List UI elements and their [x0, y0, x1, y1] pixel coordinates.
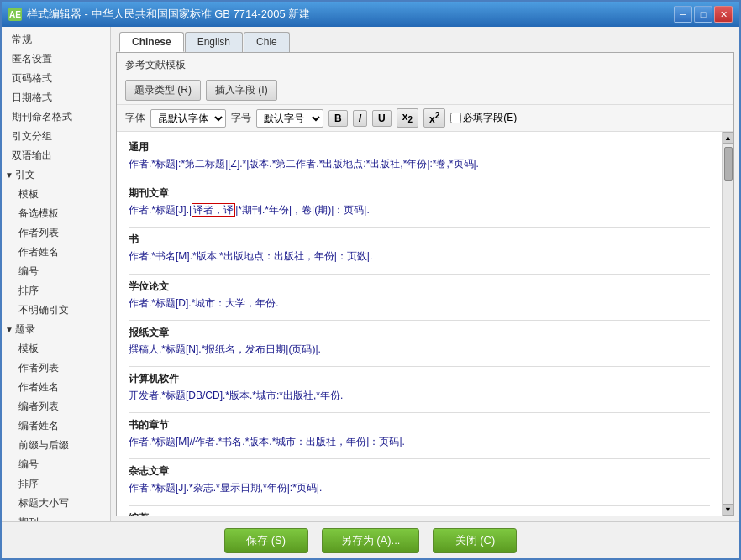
tab-english[interactable]: English	[185, 32, 243, 52]
section-thesis: 学位论文 作者.*标题[D].*城市：大学，年份.	[129, 280, 710, 311]
section-chapter-title: 书的章节	[129, 418, 710, 432]
sidebar-child-ambiguous[interactable]: 不明确引文	[2, 301, 110, 320]
sidebar-item-page-format[interactable]: 页码格式	[2, 69, 110, 88]
sidebar-group-records-label: 题录	[15, 322, 35, 337]
arrow-icon: ▼	[5, 170, 13, 180]
size-label: 字号	[231, 111, 251, 125]
divider-4	[129, 320, 710, 321]
window-title: 样式编辑器 - 中华人民共和国国家标准 GB 7714-2005 新建	[27, 7, 310, 22]
tab-chie[interactable]: Chie	[244, 32, 290, 52]
section-general-title: 通用	[129, 140, 710, 154]
sidebar-child-records-numbering[interactable]: 编号	[2, 455, 110, 474]
tabs-bar: Chinese English Chie	[111, 27, 739, 52]
template-label: 参考文献模板	[117, 53, 733, 76]
sidebar-child-author-list[interactable]: 作者列表	[2, 223, 110, 243]
scroll-up-arrow[interactable]: ▲	[723, 132, 734, 144]
section-magazine-title: 杂志文章	[129, 464, 710, 479]
close-button[interactable]: ✕	[714, 6, 733, 23]
entry-type-button[interactable]: 题录类型 (R)	[125, 80, 201, 101]
section-book-content: 作者.*书名[M].*版本.*出版地点：出版社，年份|：页数|.	[129, 249, 710, 264]
journal-content-before: 作者.*标题[J].|	[129, 204, 192, 216]
sidebar-child-citation-template[interactable]: 模板	[2, 185, 110, 204]
tab-chinese[interactable]: Chinese	[119, 32, 184, 52]
sidebar-item-journal-format[interactable]: 期刊命名格式	[2, 107, 110, 127]
insert-field-button[interactable]: 插入字段 (I)	[206, 80, 277, 101]
section-book: 书 作者.*书名[M].*版本.*出版地点：出版社，年份|：页数|.	[129, 233, 710, 264]
sidebar-child-numbering[interactable]: 编号	[2, 262, 110, 281]
bold-button[interactable]: B	[328, 110, 348, 127]
sidebar-child-records-author-name[interactable]: 作者姓名	[2, 378, 110, 397]
required-field-label: 必填字段(E)	[450, 111, 517, 125]
sidebar-group-records[interactable]: ▼ 题录	[2, 320, 110, 339]
scroll-down-arrow[interactable]: ▼	[723, 504, 734, 516]
section-software-title: 计算机软件	[129, 372, 710, 386]
section-thesis-title: 学位论文	[129, 280, 710, 294]
sidebar-item-anonymous[interactable]: 匿名设置	[2, 50, 110, 69]
divider-1	[129, 181, 710, 181]
section-thesis-content: 作者.*标题[D].*城市：大学，年份.	[129, 296, 710, 311]
section-software-content: 开发者.*标题[DB/CD].*版本.*城市:*出版社,*年份.	[129, 388, 710, 404]
section-general-content: 作者.*标题|:*第二标题|[Z].*|版本.*第二作者.*出版地点:*出版社,…	[129, 156, 710, 172]
superscript-button[interactable]: x2	[423, 108, 445, 128]
reference-content: 通用 作者.*标题|:*第二标题|[Z].*|版本.*第二作者.*出版地点:*出…	[117, 132, 722, 516]
divider-7	[129, 458, 710, 459]
sidebar-child-author-name[interactable]: 作者姓名	[2, 243, 110, 262]
sidebar-child-records-author-list[interactable]: 作者列表	[2, 359, 110, 378]
subscript-button[interactable]: x2	[397, 108, 418, 127]
sidebar-item-citation-group[interactable]: 引文分组	[2, 127, 110, 146]
title-bar-left: AE 样式编辑器 - 中华人民共和国国家标准 GB 7714-2005 新建	[8, 7, 310, 22]
font-select[interactable]: 昆默认字体	[150, 109, 226, 128]
main-content: 常规 匿名设置 页码格式 日期格式 期刊命名格式 引文分组 双语输出 ▼ 引文 …	[2, 27, 739, 521]
sidebar-child-records-template[interactable]: 模板	[2, 339, 110, 359]
divider-5	[129, 366, 710, 367]
sidebar-item-date-format[interactable]: 日期格式	[2, 88, 110, 107]
sidebar-child-journal[interactable]: 期刊	[2, 513, 110, 521]
sidebar-group-citation-label: 引文	[15, 168, 35, 182]
scroll-thumb[interactable]	[724, 147, 733, 181]
sidebar-child-title-case[interactable]: 标题大小写	[2, 494, 110, 513]
sidebar-child-alt-template[interactable]: 备选模板	[2, 204, 110, 223]
section-journal-content: 作者.*标题[J].|译者，译|*期刊.*年份|，卷|(期)|：页码|.	[129, 202, 710, 218]
underline-button[interactable]: U	[372, 110, 392, 127]
tab-content: 参考文献模板 题录类型 (R) 插入字段 (I) 字体 昆默认字体 字号 默认字…	[116, 52, 734, 516]
font-label: 字体	[125, 111, 145, 125]
sidebar-item-general[interactable]: 常规	[2, 30, 110, 50]
sidebar-child-prefix-suffix[interactable]: 前缀与后缀	[2, 436, 110, 455]
maximize-button[interactable]: □	[694, 6, 712, 23]
section-newspaper-content: 撰稿人.*标题[N].*报纸名，发布日期|(页码)|.	[129, 342, 710, 358]
divider-8	[129, 505, 710, 506]
save-as-button[interactable]: 另存为 (A)...	[322, 528, 420, 553]
sidebar-child-editor-name[interactable]: 编者姓名	[2, 416, 110, 436]
journal-content-after: |*期刊.*年份|，卷|(期)|：页码|.	[235, 204, 370, 216]
section-journal-title: 期刊文章	[129, 186, 710, 201]
section-book-title: 书	[129, 233, 710, 247]
sidebar-item-bilingual[interactable]: 双语输出	[2, 146, 110, 165]
sidebar-child-sort[interactable]: 排序	[2, 281, 110, 301]
scrollbar: ▲ ▼	[722, 132, 733, 516]
minimize-button[interactable]: ─	[674, 6, 692, 23]
section-magazine-content: 作者.*标题[J].*杂志.*显示日期,*年份|:*页码|.	[129, 480, 710, 496]
divider-2	[129, 227, 710, 228]
save-button[interactable]: 保存 (S)	[224, 528, 308, 553]
toolbar-row: 题录类型 (R) 插入字段 (I)	[117, 76, 733, 105]
divider-6	[129, 412, 710, 413]
sidebar: 常规 匿名设置 页码格式 日期格式 期刊命名格式 引文分组 双语输出 ▼ 引文 …	[2, 27, 111, 521]
size-select[interactable]: 默认字号	[256, 109, 323, 128]
required-field-text: 必填字段(E)	[463, 111, 517, 125]
arrow-icon-records: ▼	[5, 325, 13, 334]
journal-highlight: 译者，译	[192, 203, 235, 217]
sidebar-child-editor-list[interactable]: 编者列表	[2, 397, 110, 416]
content-area: Chinese English Chie 参考文献模板 题录类型 (R) 插入字…	[111, 27, 739, 521]
app-icon: AE	[8, 8, 22, 21]
sidebar-child-records-sort[interactable]: 排序	[2, 474, 110, 494]
sidebar-group-citation[interactable]: ▼ 引文	[2, 165, 110, 185]
section-compiled-title: 编著	[129, 511, 710, 516]
section-newspaper-title: 报纸文章	[129, 326, 710, 340]
section-general: 通用 作者.*标题|:*第二标题|[Z].*|版本.*第二作者.*出版地点:*出…	[129, 140, 710, 172]
section-chapter: 书的章节 作者.*标题[M]//作者.*书名.*版本.*城市：出版社，年份|：页…	[129, 418, 710, 450]
required-field-checkbox[interactable]	[450, 113, 461, 123]
divider-3	[129, 274, 710, 275]
main-window: AE 样式编辑器 - 中华人民共和国国家标准 GB 7714-2005 新建 ─…	[0, 0, 741, 560]
close-button-bottom[interactable]: 关闭 (C)	[433, 528, 517, 553]
italic-button[interactable]: I	[353, 110, 367, 127]
